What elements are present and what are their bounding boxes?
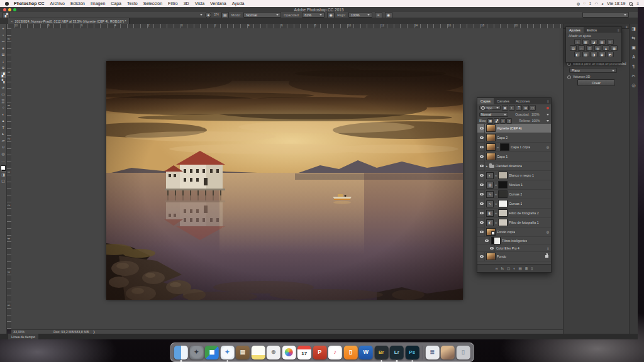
opacity-dropdown[interactable]: 62% [302, 12, 325, 18]
move-tool[interactable]: + [1, 25, 6, 32]
panel-menu-icon[interactable]: ≡ [618, 28, 621, 32]
visibility-toggle[interactable] [479, 162, 485, 170]
dock-finder[interactable] [174, 346, 188, 359]
menu-app-name[interactable]: Photoshop CC [14, 1, 45, 6]
visibility-toggle[interactable] [479, 218, 485, 227]
adjustment-icon[interactable]: ▽ [607, 39, 614, 45]
foreground-color-swatch[interactable] [1, 165, 6, 170]
eyedropper-tool[interactable]: ↓ [1, 58, 6, 65]
layer-badge-icon[interactable]: ≡ [547, 246, 550, 250]
history-brush-tool[interactable]: ↺ [1, 85, 6, 92]
adjustment-icon[interactable]: ▨ [582, 52, 589, 57]
create-button[interactable]: Crear [577, 79, 615, 86]
color-swatches[interactable] [1, 165, 6, 172]
layer-mask-thumbnail[interactable] [500, 143, 509, 151]
menu-edicion[interactable]: Edición [70, 1, 85, 6]
link-layers-icon[interactable]: ∞ [496, 266, 498, 270]
filter-adjustment-icon[interactable]: ◐ [509, 105, 515, 111]
eraser-tool[interactable]: ▭ [1, 91, 6, 98]
display-icon[interactable]: ◌ [583, 1, 586, 6]
tab-canales[interactable]: Canales [494, 98, 513, 104]
tab-estilos[interactable]: Estilos [584, 27, 600, 33]
menu-ventana[interactable]: Ventana [210, 1, 226, 6]
visibility-toggle[interactable] [479, 180, 485, 189]
dock-utility[interactable]: ⊛ [267, 346, 280, 359]
properties-icon[interactable]: ◨ [631, 26, 636, 31]
sync-icon[interactable]: ◍ [577, 1, 580, 6]
dock-calendar[interactable]: 17 [297, 346, 311, 359]
menu-imagen[interactable]: Imagen [91, 1, 105, 6]
visibility-toggle[interactable] [479, 199, 485, 208]
dock-documents-stack[interactable]: ≣ [425, 346, 439, 359]
visibility-toggle[interactable] [489, 244, 495, 251]
marquee-tool[interactable]: ▫ [1, 32, 6, 39]
filter-smart-icon[interactable]: ▢ [530, 105, 536, 111]
layer-thumbnail[interactable] [486, 253, 496, 260]
options-right-dropdown[interactable] [582, 12, 629, 18]
adjustment-icon[interactable]: ∩ [578, 45, 585, 51]
visibility-toggle[interactable] [479, 252, 485, 261]
layer-row[interactable]: ◧∞Filtro de fotografía 1 [477, 218, 551, 228]
lock-transparency-icon[interactable]: ▦ [487, 118, 493, 124]
adjustment-icon[interactable]: ◩ [607, 52, 614, 57]
layer-row[interactable]: ∿∞Curvas 2 [477, 190, 551, 199]
filter-type-dropdown[interactable]: Tipo [479, 106, 501, 110]
input-icon[interactable]: ↥ [589, 1, 592, 6]
layer-badge-icon[interactable]: ◎ [547, 230, 550, 234]
layer-row[interactable]: Capa 2 [477, 133, 551, 143]
filter-type-icon[interactable]: T [516, 105, 522, 111]
dodge-tool[interactable]: ◐ [1, 111, 6, 118]
layer-mask-thumbnail[interactable] [498, 219, 508, 226]
brush-preset-picker[interactable]: ● [205, 12, 211, 18]
menu-filtro[interactable]: Filtro [168, 1, 178, 6]
mesh-preset-dropdown[interactable]: Plano [569, 68, 617, 73]
layer-mask-thumbnail[interactable] [498, 209, 508, 217]
adjustment-icon[interactable]: ▦ [582, 39, 589, 45]
layer-row[interactable]: ▸Claridad dinámica [477, 162, 551, 171]
adjustment-icon[interactable]: ▤ [570, 45, 577, 51]
notification-center-icon[interactable]: ≡ [636, 2, 639, 6]
tab-capas[interactable]: Capas [477, 98, 494, 104]
dock-word[interactable]: W [359, 346, 373, 359]
adjustment-icon[interactable]: ▲ [602, 45, 609, 51]
timeline-tab[interactable]: Línea de tiempo [8, 334, 38, 339]
panel-menu-icon[interactable]: ≡ [626, 25, 628, 28]
gradient-tool[interactable]: ▒ [1, 98, 6, 105]
adjustment-icon[interactable]: ◨ [591, 52, 597, 57]
libraries-icon[interactable]: ▣ [631, 45, 636, 50]
layer-row[interactable]: ∿∞Curvas 1 [477, 199, 551, 209]
dock-mission-control[interactable]: ▦ [205, 346, 219, 359]
visibility-toggle[interactable] [479, 190, 485, 199]
close-document-icon[interactable]: × [11, 19, 13, 23]
screen-mode-icon[interactable]: ▢ [1, 178, 6, 185]
dock-safari[interactable]: ✦ [220, 346, 234, 359]
visibility-toggle[interactable] [479, 133, 485, 142]
dock-lightroom[interactable]: Lr [390, 346, 404, 359]
visibility-toggle[interactable] [479, 124, 485, 133]
layer-mask-thumbnail[interactable] [498, 190, 508, 198]
dock-powerpoint[interactable]: P [313, 346, 326, 359]
character-icon[interactable]: A [632, 55, 635, 59]
layer-mask-thumbnail[interactable] [498, 172, 508, 179]
adjustment-icon[interactable]: ▦ [611, 45, 618, 51]
disclosure-icon[interactable]: ▸ [486, 164, 488, 168]
visibility-toggle[interactable] [479, 152, 485, 161]
canvas-image[interactable] [106, 61, 463, 300]
blur-tool[interactable]: ○ [1, 104, 6, 111]
hand-tool[interactable]: ∪ [1, 144, 6, 151]
new-group-icon[interactable]: ▤ [518, 266, 521, 270]
layer-thumbnail[interactable] [486, 153, 496, 160]
path-selection-tool[interactable]: ▸ [1, 131, 6, 138]
type-tool[interactable]: T [1, 124, 6, 131]
menu-archivo[interactable]: Archivo [50, 1, 65, 6]
pressure-opacity-icon[interactable]: ◉ [327, 12, 335, 18]
layer-fill-value[interactable]: 100% [531, 119, 540, 123]
layer-row[interactable]: ▥∞Niveles 1 [477, 180, 551, 190]
volume-option-row[interactable]: Volumen 3D [567, 75, 590, 79]
layer-row[interactable]: Capa 1 [477, 152, 551, 162]
pen-tool[interactable]: ▴ [1, 118, 6, 124]
dock-photoshop[interactable]: Ps [405, 346, 419, 359]
adjustment-icon[interactable]: ▧ [599, 39, 606, 45]
delete-layer-icon[interactable]: ▯ [531, 266, 533, 270]
layer-thumbnail[interactable] [486, 228, 496, 236]
